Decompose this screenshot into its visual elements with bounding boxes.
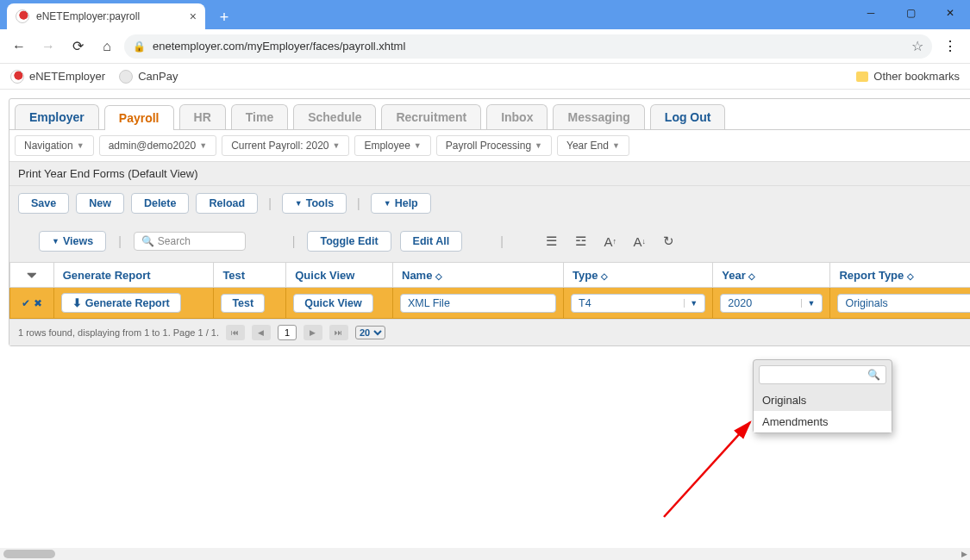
filter-icon[interactable]: ⏷ — [19, 268, 45, 282]
forward-button[interactable]: → — [36, 34, 60, 59]
other-bookmarks[interactable]: Other bookmarks — [856, 70, 960, 83]
divider: | — [354, 196, 364, 210]
bookmark-star-icon[interactable]: ☆ — [911, 38, 923, 54]
caret-down-icon: ▼ — [333, 141, 341, 150]
col-generate-report[interactable]: Generate Report — [53, 263, 214, 288]
tab-messaging[interactable]: Messaging — [553, 104, 644, 129]
col-test[interactable]: Test — [214, 263, 286, 288]
page-last-button[interactable]: ⏭ — [329, 325, 348, 340]
reload-button[interactable]: Reload — [196, 193, 258, 214]
favicon-icon — [16, 9, 29, 23]
col-quick-view[interactable]: Quick View — [286, 263, 393, 288]
tools-button[interactable]: ▼Tools — [282, 193, 347, 214]
caret-down-icon[interactable]: ▼ — [684, 299, 698, 308]
tab-schedule[interactable]: Schedule — [293, 104, 376, 129]
browser-tab[interactable]: eNETEmployer:payroll × — [7, 3, 205, 29]
home-button[interactable]: ⌂ — [95, 34, 119, 59]
tab-payroll[interactable]: Payroll — [104, 105, 174, 130]
type-select[interactable]: T4▼ — [571, 294, 705, 313]
caret-down-icon: ▼ — [414, 141, 422, 150]
divider: | — [115, 234, 125, 248]
quick-view-button[interactable]: Quick View — [293, 294, 372, 313]
browser-menu-icon[interactable]: ⋮ — [937, 38, 963, 54]
caret-down-icon: ▼ — [295, 199, 303, 208]
crumb-navigation[interactable]: Navigation▼ — [15, 135, 94, 156]
col-label: Name — [402, 269, 432, 282]
horizontal-scrollbar[interactable]: ▶ — [0, 548, 970, 560]
sort-icon[interactable]: ◇ — [748, 271, 755, 281]
bookmark-label: eNETEmployer — [29, 70, 105, 83]
bookmark-enetemployer[interactable]: eNETEmployer — [10, 70, 105, 84]
scrollbar-thumb[interactable] — [3, 550, 55, 558]
views-button[interactable]: ▼Views — [39, 231, 106, 252]
sort-icon[interactable]: ◇ — [435, 271, 442, 281]
name-field[interactable]: XML File — [400, 294, 556, 313]
section-title: Print Year End Forms (Default View) — [9, 161, 970, 186]
tab-employer[interactable]: Employer — [15, 104, 99, 129]
window-maximize[interactable]: ▢ — [891, 0, 930, 26]
page-first-button[interactable]: ⏮ — [226, 325, 245, 340]
toggle-edit-button[interactable]: Toggle Edit — [307, 231, 391, 252]
crumb-yearend[interactable]: Year End▼ — [557, 135, 629, 156]
report-type-select[interactable]: Originals▼ — [837, 294, 970, 313]
list-checked-icon[interactable]: ☲ — [571, 231, 591, 252]
refresh-icon[interactable]: ↻ — [659, 231, 679, 252]
col-report-type[interactable]: Report Type ◇ — [830, 263, 970, 288]
test-button[interactable]: Test — [221, 294, 265, 313]
crumb-user[interactable]: admin@demo2020▼ — [99, 135, 217, 156]
page-size-select[interactable]: 20 — [355, 326, 385, 339]
tab-inbox[interactable]: Inbox — [486, 104, 548, 129]
delete-button[interactable]: Delete — [131, 193, 190, 214]
year-select[interactable]: 2020▼ — [720, 294, 823, 313]
tab-hr[interactable]: HR — [179, 104, 226, 129]
page-prev-button[interactable]: ◀ — [252, 325, 271, 340]
row-confirm-icon[interactable]: ✔ — [22, 297, 30, 309]
sort-icon[interactable]: ◇ — [907, 271, 914, 281]
url-text: enetemployer.com/myEmployer/faces/payrol… — [153, 40, 405, 53]
url-bar[interactable]: 🔒 enetemployer.com/myEmployer/faces/payr… — [124, 34, 932, 59]
col-name[interactable]: Name ◇ — [393, 263, 564, 288]
col-label: Test — [222, 269, 245, 282]
dropdown-search-input[interactable]: 🔍 — [759, 365, 886, 384]
col-label: Generate Report — [63, 269, 151, 282]
crumb-employee[interactable]: Employee▼ — [354, 135, 430, 156]
caret-down-icon: ▼ — [535, 141, 542, 150]
back-button[interactable]: ← — [7, 34, 31, 59]
col-label: Year — [722, 269, 745, 282]
crumb-label: Year End — [566, 140, 609, 152]
caret-down-icon[interactable]: ▼ — [801, 299, 815, 308]
save-button[interactable]: Save — [18, 193, 69, 214]
tab-recruitment[interactable]: Recruitment — [381, 104, 481, 129]
window-minimize[interactable]: ─ — [851, 0, 891, 26]
caret-down-icon: ▼ — [52, 237, 59, 246]
col-type[interactable]: Type ◇ — [564, 263, 713, 288]
window-close[interactable]: ✕ — [930, 0, 970, 26]
new-button[interactable]: New — [76, 193, 124, 214]
font-increase-icon[interactable]: A↑ — [600, 231, 621, 252]
page-number-input[interactable] — [278, 325, 297, 340]
row-cancel-icon[interactable]: ✖ — [34, 297, 42, 309]
tab-time[interactable]: Time — [231, 104, 288, 129]
tab-close-icon[interactable]: × — [190, 9, 197, 23]
crumb-current-payroll[interactable]: Current Payroll: 2020▼ — [222, 135, 349, 156]
generate-report-button[interactable]: ⬇Generate Report — [61, 293, 181, 313]
reload-button[interactable]: ⟳ — [66, 34, 90, 59]
sort-icon[interactable]: ◇ — [601, 271, 608, 281]
crumb-label: Employee — [364, 140, 410, 152]
font-decrease-icon[interactable]: A↓ — [629, 231, 650, 252]
dropdown-option-originals[interactable]: Originals — [754, 389, 892, 411]
scroll-right-icon[interactable]: ▶ — [958, 550, 970, 558]
help-button[interactable]: ▼Help — [371, 193, 431, 214]
page-next-button[interactable]: ▶ — [304, 325, 322, 340]
list-dense-icon[interactable]: ☰ — [541, 231, 562, 252]
bookmark-canpay[interactable]: CanPay — [119, 70, 178, 84]
search-input[interactable]: 🔍 Search — [134, 232, 246, 251]
tab-logout[interactable]: Log Out — [650, 104, 726, 129]
crumb-processing[interactable]: Payroll Processing▼ — [436, 135, 552, 156]
divider: | — [265, 196, 275, 210]
caret-down-icon: ▼ — [384, 199, 391, 208]
new-tab-button[interactable]: + — [212, 5, 236, 29]
edit-all-button[interactable]: Edit All — [400, 231, 463, 252]
col-year[interactable]: Year ◇ — [713, 263, 830, 288]
dropdown-option-amendments[interactable]: Amendments — [754, 411, 892, 432]
